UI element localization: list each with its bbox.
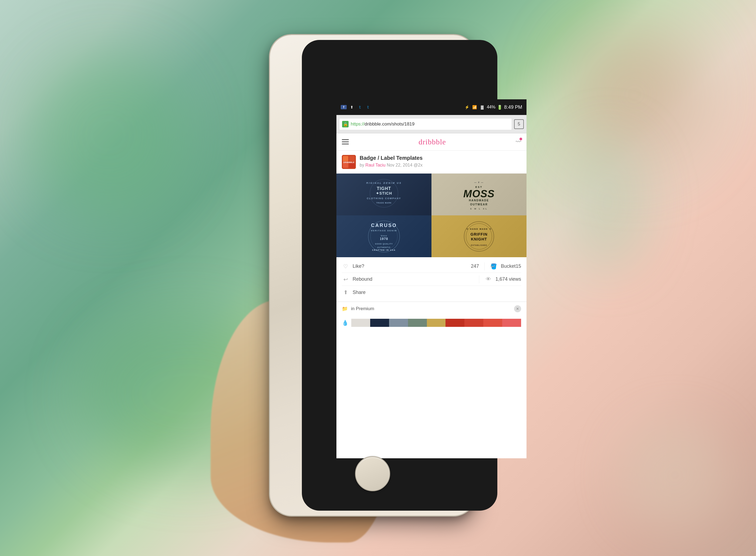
svg-text:CARUSO: CARUSO [371,223,397,228]
bluetooth-icon: ⚡ [464,105,470,109]
svg-text:GOOD QUALITY: GOOD QUALITY [375,243,393,245]
premium-row: 📁 in Premium ✕ [336,302,526,315]
action-row-like-bucket: ♡ Like? 247 🪣 Bucket 15 [342,260,521,273]
swatch-5 [427,319,446,327]
svg-text:TRADE MARK: TRADE MARK [376,202,391,204]
share-label: Share [353,289,366,295]
shot-date: Nov 22, 2014 [387,163,412,167]
bucket-icon: 🪣 [490,263,497,270]
heart-icon: ♡ [342,263,349,270]
eye-icon: 👁 [485,276,492,282]
status-icons-left: f ⬆ 𝕥 𝕥 [341,105,371,109]
svg-text:KNIGHT: KNIGHT [471,237,487,241]
svg-rect-1 [343,156,348,162]
shot-info: DRIBBBLE Badge / Label Templates by Raul… [336,150,526,174]
bucket-label: Bucket [501,264,516,269]
shot-tile-3: CARUSO HERITAGE DENIM Since 1978 GOOD QU… [336,215,432,257]
by-label: by [359,163,365,167]
like-count: 247 [471,264,479,269]
url-bar[interactable]: 🔒 https://dribbble.com/shots/1819 [339,118,512,130]
browser-bar[interactable]: 🔒 https://dribbble.com/shots/1819 5 [336,115,526,133]
like-label: Like? [353,264,364,269]
shot-avatar: DRIBBBLE [342,155,356,169]
hamburger-line-1 [342,139,349,140]
phone-wrapper: SAMSUNG f ⬆ 𝕥 𝕥 ⚡ [243,35,513,521]
shot-image: ORIGINAL DENIM USA TIGHT ✦STICH CLOTHING… [336,174,526,257]
bg-blob-2 [567,27,702,162]
views-label: 1,674 views [495,276,521,282]
shot-meta: by Raul Taciu Nov 22, 2014 @2x [359,163,521,168]
bg-blob-5 [567,135,648,270]
svg-text:S  M  L  XL: S M L XL [470,208,488,210]
divider-2 [479,275,479,283]
rebound-icon: ↩ [342,276,349,283]
svg-text:MOSS: MOSS [463,188,495,200]
shot-tile-2: — 2 — EST MOSS HANDMADE OUTWEAR S M L XL [432,174,526,215]
home-button[interactable] [355,456,390,491]
tile-inner-4: ☆ HAND MADE ☆ GRIFFIN KNIGHT ESTABLISHED [432,215,526,257]
divider [484,262,485,271]
phone-screen: f ⬆ 𝕥 𝕥 ⚡ 📶 ▓ 44% 🔋 8:49 PM [336,99,526,458]
swatch-2 [370,319,389,327]
svg-text:TIGHT: TIGHT [377,186,391,191]
tab-count[interactable]: 5 [514,119,524,129]
svg-text:✦STICH: ✦STICH [376,191,392,196]
svg-text:CRAFTED IN USA: CRAFTED IN USA [372,249,396,251]
hamburger-line-2 [342,141,349,142]
share-icon: ⬆ [342,289,349,296]
svg-text:HERITAGE DENIM: HERITAGE DENIM [371,230,397,232]
shot-title: Badge / Label Templates [359,155,521,161]
svg-text:1978: 1978 [380,237,388,241]
status-bar: f ⬆ 𝕥 𝕥 ⚡ 📶 ▓ 44% 🔋 8:49 PM [336,99,526,115]
tile-inner-2: — 2 — EST MOSS HANDMADE OUTWEAR S M L XL [432,174,526,215]
actions-area: ♡ Like? 247 🪣 Bucket 15 [336,257,526,302]
status-time: 8:49 PM [504,104,522,110]
facebook-icon: f [341,105,347,109]
url-https: https:// [351,121,365,127]
shot-tile-4: ☆ HAND MADE ☆ GRIFFIN KNIGHT ESTABLISHED [432,215,526,257]
svg-text:ORIGINAL DENIM USA: ORIGINAL DENIM USA [367,182,402,184]
folder-icon: 📁 [342,306,348,312]
swatch-7 [465,319,483,327]
shot-tile-1: ORIGINAL DENIM USA TIGHT ✦STICH CLOTHING… [336,174,432,215]
navigation-icon: ⬆ [349,105,355,109]
views-action: 👁 1,674 views [485,276,521,282]
status-icons-right: ⚡ 📶 ▓ 44% 🔋 8:49 PM [464,104,522,110]
svg-text:OUTWEAR: OUTWEAR [470,203,488,206]
premium-close-button[interactable]: ✕ [514,305,521,312]
hamburger-line-3 [342,144,349,144]
waveform-icon[interactable]: 〰 [516,139,521,145]
bucket-action[interactable]: 🪣 Bucket [490,263,516,270]
premium-label: in Premium [351,306,511,311]
url-domain: dribbble.com/shots/1819 [365,121,414,127]
share-action[interactable]: ⬆ Share [342,289,521,296]
shot-title-area: Badge / Label Templates by Raul Taciu No… [359,155,521,168]
twitter-icon-2: 𝕥 [365,105,371,109]
like-action[interactable]: ♡ Like? [342,263,471,270]
svg-text:ESTABLISHED: ESTABLISHED [471,244,487,246]
svg-text:DRIBBBLE: DRIBBBLE [343,161,354,164]
svg-rect-2 [349,156,355,162]
svg-text:GRIFFIN: GRIFFIN [471,232,488,237]
action-row-share: ⬆ Share [342,286,521,299]
svg-text:— 2 —: — 2 — [474,181,484,183]
bg-blob-4 [621,421,729,529]
author-link[interactable]: Raul Taciu [365,163,385,167]
svg-point-27 [464,221,494,251]
svg-text:HANDMADE: HANDMADE [469,199,489,202]
phone-inner: f ⬆ 𝕥 𝕥 ⚡ 📶 ▓ 44% 🔋 8:49 PM [302,40,497,511]
tile-inner-3: CARUSO HERITAGE DENIM Since 1978 GOOD QU… [336,215,432,257]
battery-label: 44% [487,105,495,110]
rebound-action[interactable]: ↩ Rebound [342,276,474,283]
svg-text:CLOTHING COMPANY: CLOTHING COMPANY [367,197,401,200]
shot-retina: @2x [414,163,422,167]
phone-body: SAMSUNG f ⬆ 𝕥 𝕥 ⚡ [270,35,475,516]
svg-text:☆ HAND MADE ☆: ☆ HAND MADE ☆ [466,228,491,230]
swatch-9 [502,319,521,327]
dropper-icon: 💧 [342,319,349,326]
swatch-8 [483,319,502,327]
hamburger-menu[interactable] [342,139,349,144]
swatch-1 [351,319,370,327]
swatch-4 [408,319,427,327]
swatch-3 [389,319,408,327]
